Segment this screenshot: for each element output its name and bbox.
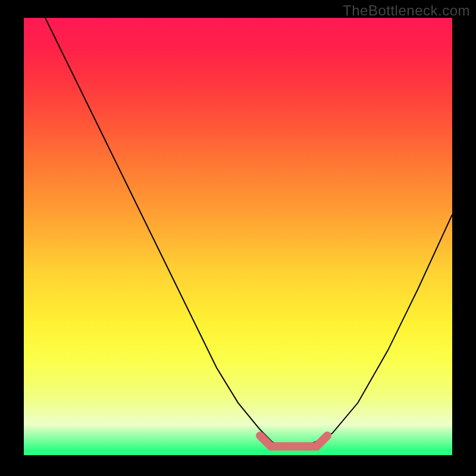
plot-area — [24, 18, 452, 455]
curve-svg — [24, 18, 452, 455]
bottleneck-curve-path — [45, 18, 452, 446]
chart-frame: TheBottleneck.com — [0, 0, 476, 476]
watermark-label: TheBottleneck.com — [343, 2, 470, 19]
optimal-range-marker — [260, 436, 327, 446]
